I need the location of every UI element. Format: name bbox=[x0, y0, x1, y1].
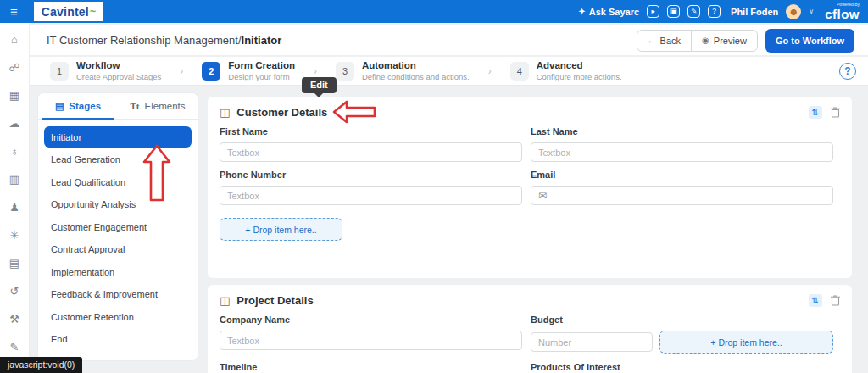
company-name-input[interactable] bbox=[220, 331, 522, 350]
home-icon[interactable]: ⌂ bbox=[8, 34, 21, 45]
step-form-creation[interactable]: 2 Form Creation Design your form bbox=[202, 59, 295, 81]
field-budget: Budget + Drop item here.. bbox=[531, 315, 833, 354]
stage-item-implementation[interactable]: Implementation bbox=[44, 261, 192, 282]
app-screen: ≡ Cavintel ~ ✦ Ask Sayarc ▸ ▣ ✎ ? Phil F… bbox=[0, 0, 868, 373]
step-number: 3 bbox=[336, 62, 354, 81]
stepper-help-icon[interactable]: ? bbox=[839, 63, 856, 80]
section-header: ◫ Project Details ⇅ bbox=[208, 285, 852, 311]
step-workflow[interactable]: 1 Workflow Create Approval Stages bbox=[50, 59, 161, 81]
step-advanced[interactable]: 4 Advanced Configure more actions. bbox=[510, 59, 622, 81]
cloud-upload-icon[interactable]: ☁ bbox=[8, 118, 21, 129]
field-label: Budget bbox=[531, 315, 833, 325]
breadcrumb-current: Initiator bbox=[242, 34, 282, 47]
topbar: ≡ Cavintel ~ ✦ Ask Sayarc ▸ ▣ ✎ ? Phil F… bbox=[0, 0, 868, 23]
delete-section-icon[interactable] bbox=[831, 107, 840, 118]
chevron-right-icon: › bbox=[314, 65, 317, 77]
email-input-field[interactable] bbox=[552, 191, 826, 201]
field-last-name: Last Name bbox=[531, 126, 833, 162]
phone-number-input[interactable] bbox=[220, 186, 522, 205]
tab-elements[interactable]: Tt Elements bbox=[118, 93, 198, 119]
stage-item-lead-qualification[interactable]: Lead Qualification bbox=[44, 171, 192, 192]
brand-logo[interactable]: Cavintel ~ bbox=[34, 2, 104, 21]
step-automation[interactable]: 3 Automation Define conditions and actio… bbox=[336, 59, 470, 81]
stage-item-contract-approval[interactable]: Contract Approval bbox=[44, 239, 192, 260]
budget-input[interactable] bbox=[531, 332, 653, 352]
fields-grid: Company Name Budget + Drop item here.. bbox=[208, 311, 852, 354]
avatar[interactable]: ☻ bbox=[786, 4, 801, 19]
preview-label: Preview bbox=[714, 36, 747, 46]
field-company-name: Company Name bbox=[220, 315, 522, 354]
stage-list: Initiator Lead Generation Lead Qualifica… bbox=[38, 120, 198, 350]
email-input[interactable]: ✉ bbox=[531, 186, 833, 205]
stages-icon: ▤ bbox=[55, 101, 64, 112]
field-phone-number: Phone Number bbox=[220, 170, 522, 205]
next-field-labels: Timeline Products Of Interest bbox=[208, 354, 852, 372]
section-project-details: ◫ Project Details ⇅ Company Name Budget … bbox=[208, 285, 852, 373]
forms-icon[interactable]: ▦ bbox=[8, 90, 21, 101]
eye-icon: ◉ bbox=[702, 36, 709, 45]
field-label: Company Name bbox=[220, 315, 522, 325]
drop-item-zone[interactable]: + Drop item here.. bbox=[659, 331, 833, 354]
share-icon[interactable]: ☍ bbox=[8, 62, 21, 73]
compose-icon[interactable]: ✎ bbox=[8, 342, 21, 353]
stage-item-end[interactable]: End bbox=[44, 329, 192, 350]
tab-stages[interactable]: ▤ Stages bbox=[38, 93, 118, 119]
field-label: First Name bbox=[220, 126, 522, 136]
stage-item-customer-retention[interactable]: Customer Retention bbox=[44, 306, 192, 327]
database-icon[interactable]: ▤ bbox=[8, 258, 21, 269]
go-to-workflow-button[interactable]: Go to Workflow bbox=[765, 29, 854, 53]
stage-item-lead-generation[interactable]: Lead Generation bbox=[44, 149, 192, 170]
step-title: Workflow bbox=[76, 59, 161, 71]
ai-icon[interactable]: ✳ bbox=[8, 230, 21, 241]
field-label-products-of-interest: Products Of Interest bbox=[531, 362, 833, 372]
brand-text: Cavintel bbox=[42, 5, 89, 19]
section-title: Customer Details bbox=[236, 106, 327, 119]
video-icon[interactable]: ▸ bbox=[647, 5, 659, 18]
reorder-fields-icon[interactable]: ⇅ bbox=[809, 106, 822, 119]
step-title: Advanced bbox=[537, 59, 622, 71]
stage-item-customer-engagement[interactable]: Customer Engagement bbox=[44, 216, 192, 237]
form-section-icon: ◫ bbox=[220, 294, 230, 307]
stage-item-feedback-improvement[interactable]: Feedback & Improvement bbox=[44, 284, 192, 305]
help-icon[interactable]: ? bbox=[708, 5, 721, 18]
user-settings-icon[interactable]: ♟ bbox=[8, 202, 21, 213]
sparkle-icon: ✦ bbox=[578, 7, 585, 16]
tools-icon[interactable]: ⚒ bbox=[8, 314, 21, 325]
field-label: Email bbox=[531, 170, 833, 180]
stage-item-initiator[interactable]: Initiator bbox=[44, 126, 192, 148]
apps-icon[interactable]: ▣ bbox=[667, 5, 680, 18]
reorder-fields-icon[interactable]: ⇅ bbox=[809, 294, 822, 307]
delete-section-icon[interactable] bbox=[831, 295, 840, 306]
edit-section-icon[interactable]: ✎ bbox=[338, 107, 347, 119]
leaf-icon: ~ bbox=[90, 5, 97, 18]
ask-sayarc-button[interactable]: ✦ Ask Sayarc bbox=[578, 7, 639, 17]
stages-panel: ▤ Stages Tt Elements Initiator Lead Gene… bbox=[38, 93, 198, 360]
chevron-down-icon[interactable]: ∨ bbox=[809, 8, 814, 15]
section-title: Project Details bbox=[236, 294, 313, 307]
idea-icon[interactable]: ♁ bbox=[8, 146, 21, 157]
chevron-right-icon: › bbox=[488, 65, 492, 77]
section-header: ◫ Customer Details ✎ ⇅ bbox=[208, 97, 852, 123]
back-button[interactable]: ← Back bbox=[637, 31, 691, 51]
user-name: Phil Foden bbox=[731, 7, 778, 17]
link-status-text: javascript:void(0) bbox=[0, 357, 82, 373]
breadcrumb: IT Customer Relationship Management/Init… bbox=[47, 34, 281, 47]
last-name-input[interactable] bbox=[531, 142, 833, 162]
step-number: 1 bbox=[50, 62, 69, 81]
header-actions: ← Back ◉ Preview Go to Workflow bbox=[637, 29, 854, 53]
menu-icon[interactable]: ≡ bbox=[10, 5, 18, 18]
form-section-icon: ◫ bbox=[220, 106, 230, 119]
left-icon-rail: ⌂ ☍ ▦ ☁ ♁ ▥ ♟ ✳ ▤ ↺ ⚒ ✎ bbox=[0, 23, 30, 373]
field-label: Phone Number bbox=[220, 170, 522, 180]
edit-tooltip: Edit bbox=[302, 77, 337, 93]
stage-item-opportunity-analysis[interactable]: Opportunity Analysis bbox=[44, 194, 192, 215]
notes-icon[interactable]: ✎ bbox=[687, 5, 700, 18]
analytics-icon[interactable]: ▥ bbox=[8, 174, 21, 185]
drop-item-zone[interactable]: + Drop item here.. bbox=[220, 218, 342, 241]
step-title: Automation bbox=[362, 59, 470, 71]
preview-button[interactable]: ◉ Preview bbox=[691, 31, 757, 51]
history-icon[interactable]: ↺ bbox=[8, 286, 21, 297]
field-email: Email ✉ bbox=[531, 170, 833, 205]
back-label: Back bbox=[660, 36, 681, 46]
first-name-input[interactable] bbox=[220, 142, 522, 162]
